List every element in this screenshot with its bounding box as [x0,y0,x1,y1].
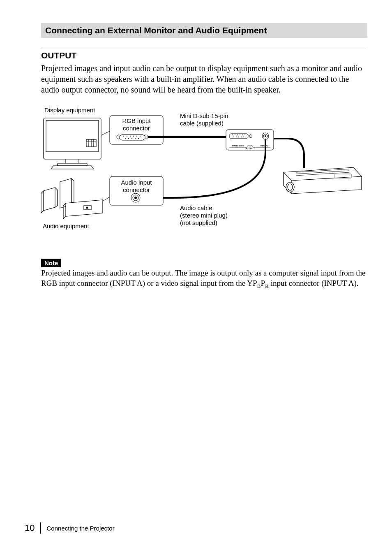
note-text: Projected images and audio can be output… [41,268,367,290]
svg-line-50 [101,131,110,135]
section-heading: Connecting an External Monitor and Audio… [41,23,367,38]
label-audio-cable-2: (stereo mini plug) [180,212,228,219]
label-audio-input-1: Audio input [121,179,152,186]
svg-point-52 [86,207,88,208]
footer-section-title: Connecting the Projector [46,525,114,532]
svg-point-29 [242,134,243,135]
svg-point-27 [237,134,238,135]
connection-diagram: MONITOR OUTPUT AUDIO [41,107,367,238]
svg-rect-1 [46,120,99,152]
label-audio-cable-1: Audio cable [180,204,212,211]
svg-point-56 [134,197,137,199]
svg-point-28 [240,134,240,135]
label-display-equipment: Display equipment [44,107,95,114]
svg-point-26 [235,134,235,135]
note-chip: Note [41,259,61,267]
footer-divider [40,522,41,534]
svg-text:MONITOR: MONITOR [232,144,244,147]
svg-point-34 [241,137,242,137]
svg-point-21 [131,138,132,139]
svg-point-13 [123,136,124,137]
label-mini-dsub-1: Mini D-sub 15-pin [180,112,228,119]
svg-point-20 [128,138,129,139]
svg-point-31 [233,137,234,137]
svg-point-15 [130,136,131,137]
svg-point-30 [244,134,245,135]
svg-point-22 [135,138,136,139]
page-footer: 10 Connecting the Projector [25,522,115,534]
page-number: 10 [25,523,35,533]
svg-text:AUDIO: AUDIO [260,144,268,147]
svg-point-16 [133,136,134,137]
svg-point-19 [125,138,126,139]
svg-point-25 [232,134,233,135]
svg-point-35 [243,137,244,137]
svg-point-23 [138,138,139,139]
label-mini-dsub-2: cable (supplied) [180,120,224,127]
label-rgb-input-1: RGB input [122,117,150,124]
svg-point-17 [136,136,137,137]
svg-point-32 [236,137,237,137]
svg-line-57 [103,197,110,201]
svg-point-14 [127,136,127,137]
label-audio-equipment: Audio equipment [43,222,89,230]
label-rgb-input-2: connector [123,125,150,132]
svg-point-18 [140,136,141,137]
svg-rect-0 [44,118,101,159]
sub-heading: OUTPUT [41,47,367,60]
svg-point-39 [265,135,266,137]
label-audio-input-2: connector [123,186,150,193]
svg-rect-4 [58,163,87,166]
svg-point-33 [238,137,239,137]
intro-paragraph: Projected images and input audio can be … [41,63,367,95]
label-audio-cable-3: (not supplied) [180,219,217,226]
